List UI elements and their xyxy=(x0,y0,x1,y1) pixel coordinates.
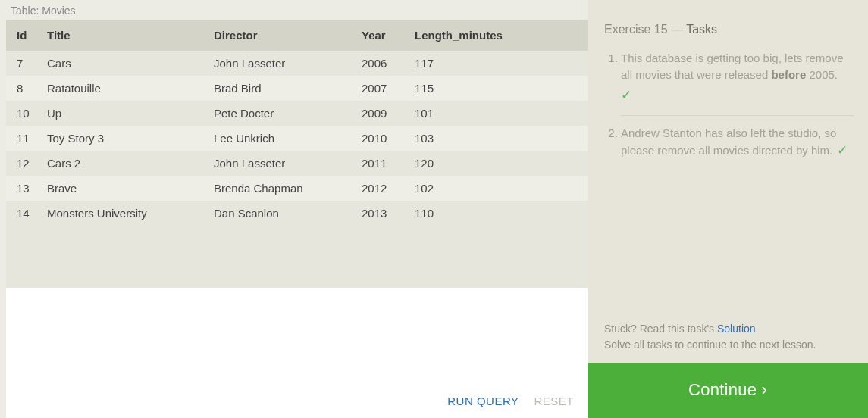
reset-button[interactable]: RESET xyxy=(534,395,574,407)
table-label: Table: Movies xyxy=(6,0,588,20)
cell-length: 102 xyxy=(409,176,588,201)
cell-year: 2012 xyxy=(356,176,409,201)
solve-all-text: Solve all tasks to continue to the next … xyxy=(604,337,851,353)
table-scroll[interactable]: Id Title Director Year Length_minutes 7C… xyxy=(6,20,588,288)
cell-year: 2009 xyxy=(356,101,409,126)
cell-length: 117 xyxy=(409,51,588,76)
continue-label: Continue xyxy=(688,380,757,399)
cell-id: 11 xyxy=(6,126,41,151)
cell-id: 12 xyxy=(6,151,41,176)
task-text: Andrew Stanton has also left the studio,… xyxy=(621,126,836,157)
task-item: This database is getting too big, lets r… xyxy=(621,47,854,116)
cell-id: 8 xyxy=(6,76,41,101)
table-row: 14Monsters UniversityDan Scanlon2013110 xyxy=(6,201,588,226)
stuck-text-suffix: . xyxy=(756,323,759,335)
cell-director: Dan Scanlon xyxy=(208,201,356,226)
solution-link[interactable]: Solution xyxy=(717,323,756,335)
cell-title: Cars 2 xyxy=(41,151,208,176)
col-title: Title xyxy=(41,20,208,51)
col-director: Director xyxy=(208,20,356,51)
check-icon: ✓ xyxy=(621,86,854,105)
chevron-right-icon: › xyxy=(761,380,767,399)
movies-table: Id Title Director Year Length_minutes 7C… xyxy=(6,20,588,226)
stuck-text-prefix: Stuck? Read this task's xyxy=(604,323,717,335)
cell-director: John Lasseter xyxy=(208,151,356,176)
cell-year: 2013 xyxy=(356,201,409,226)
table-row: 12Cars 2John Lasseter2011120 xyxy=(6,151,588,176)
cell-year: 2010 xyxy=(356,126,409,151)
cell-title: Up xyxy=(41,101,208,126)
cell-id: 10 xyxy=(6,101,41,126)
cell-id: 13 xyxy=(6,176,41,201)
check-icon: ✓ xyxy=(837,143,848,158)
task-list: This database is getting too big, lets r… xyxy=(604,47,854,171)
cell-title: Monsters University xyxy=(41,201,208,226)
table-row: 8RatatouilleBrad Bird2007115 xyxy=(6,76,588,101)
cell-title: Toy Story 3 xyxy=(41,126,208,151)
cell-length: 120 xyxy=(409,151,588,176)
col-id: Id xyxy=(6,20,41,51)
table-row: 11Toy Story 3Lee Unkrich2010103 xyxy=(6,126,588,151)
cell-length: 103 xyxy=(409,126,588,151)
table-row: 10UpPete Docter2009101 xyxy=(6,101,588,126)
tasks-heading: Exercise 15 — Tasks xyxy=(604,23,854,36)
cell-title: Cars xyxy=(41,51,208,76)
task-text: This database is getting too big, lets r… xyxy=(621,51,844,81)
cell-length: 115 xyxy=(409,76,588,101)
tasks-heading-prefix: Exercise 15 — xyxy=(604,23,686,36)
cell-director: Brenda Chapman xyxy=(208,176,356,201)
query-editor[interactable]: RUN QUERY RESET xyxy=(6,288,588,418)
cell-director: Pete Docter xyxy=(208,101,356,126)
cell-director: Brad Bird xyxy=(208,76,356,101)
table-row: 7CarsJohn Lasseter2006117 xyxy=(6,51,588,76)
continue-button[interactable]: Continue› xyxy=(588,363,868,418)
run-query-button[interactable]: RUN QUERY xyxy=(447,395,519,407)
cell-director: John Lasseter xyxy=(208,51,356,76)
cell-year: 2011 xyxy=(356,151,409,176)
cell-id: 7 xyxy=(6,51,41,76)
cell-length: 110 xyxy=(409,201,588,226)
cell-title: Ratatouille xyxy=(41,76,208,101)
cell-title: Brave xyxy=(41,176,208,201)
tasks-heading-label: Tasks xyxy=(686,23,717,36)
cell-year: 2006 xyxy=(356,51,409,76)
cell-year: 2007 xyxy=(356,76,409,101)
cell-length: 101 xyxy=(409,101,588,126)
footer-hints: Stuck? Read this task's Solution. Solve … xyxy=(588,321,868,363)
table-area: Id Title Director Year Length_minutes 7C… xyxy=(6,20,588,288)
task-item: Andrew Stanton has also left the studio,… xyxy=(621,122,854,170)
col-year: Year xyxy=(356,20,409,51)
cell-id: 14 xyxy=(6,201,41,226)
table-row: 13BraveBrenda Chapman2012102 xyxy=(6,176,588,201)
cell-director: Lee Unkrich xyxy=(208,126,356,151)
col-length: Length_minutes xyxy=(409,20,588,51)
